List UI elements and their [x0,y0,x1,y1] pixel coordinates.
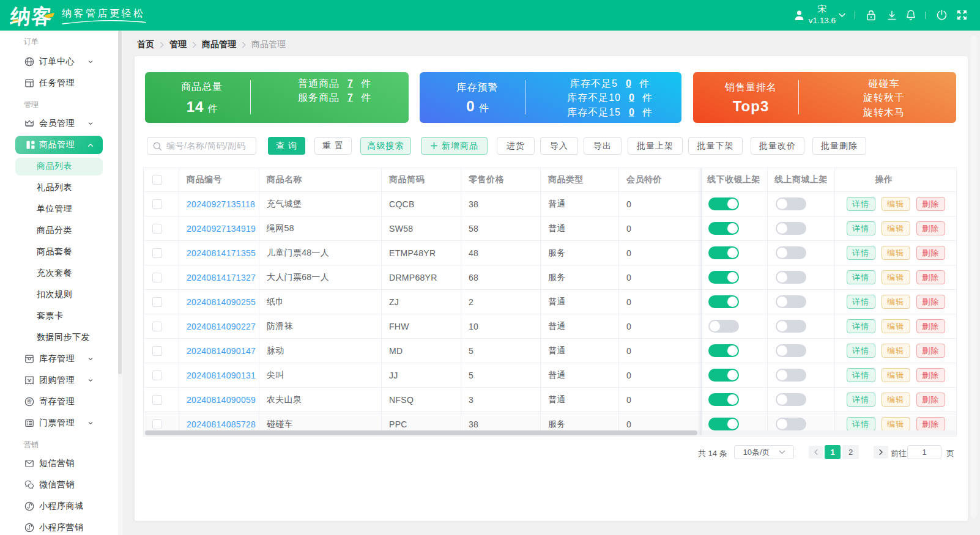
svg-text:寄: 寄 [27,399,32,405]
